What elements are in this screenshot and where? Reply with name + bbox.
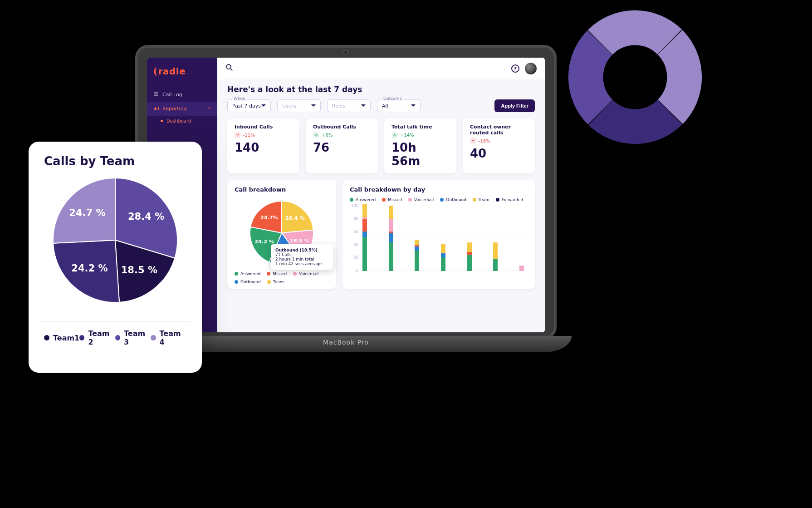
- chart-icon: [153, 105, 159, 112]
- sidebar-item-label: Reporting: [162, 106, 186, 112]
- kpi-label: Total talk time: [391, 124, 449, 130]
- kpi-value: 140: [235, 141, 292, 154]
- svg-text:18.5 %: 18.5 %: [290, 237, 309, 243]
- kpi-delta: -16%: [470, 138, 528, 144]
- apply-filter-button[interactable]: Apply Filter: [494, 99, 535, 112]
- sidebar-item-call-log[interactable]: Call Log: [147, 88, 217, 102]
- chevron-down-icon: [411, 104, 416, 109]
- chevron-down-icon: [311, 104, 316, 109]
- bar: [467, 242, 472, 271]
- kpi-delta: -11%: [235, 132, 292, 138]
- search-icon[interactable]: [225, 64, 234, 74]
- filter-outcome: Outcome All: [377, 99, 421, 112]
- filter-roles-select[interactable]: Roles: [327, 99, 371, 112]
- kpi-value: 76: [313, 141, 371, 154]
- legend-swatch: [79, 335, 84, 340]
- kpi-card: Outbound Calls +6% 76: [306, 118, 378, 173]
- y-axis: 100806040200: [350, 202, 360, 271]
- brand-logo: radle: [147, 58, 217, 88]
- select-value: All: [382, 103, 388, 109]
- main-pane: ? Here's a look at the last 7 days When …: [217, 58, 545, 332]
- bar-segment: [389, 206, 393, 219]
- pie-legend: AnsweredMissedVoicemailOutboundTeam: [235, 271, 329, 284]
- team-pie: 28.4 %18.5 %24.2 %24.7 %: [44, 174, 186, 306]
- y-tick: 60: [350, 230, 360, 234]
- svg-point-4: [226, 64, 231, 69]
- tooltip-line: 71 Calls: [275, 252, 329, 257]
- trend-icon: [470, 138, 476, 144]
- y-tick: 40: [350, 243, 360, 247]
- legend-item: Missed: [267, 271, 287, 276]
- svg-text:26.4 %: 26.4 %: [285, 215, 305, 221]
- filter-outcome-select[interactable]: All: [377, 99, 421, 112]
- divider: [40, 321, 190, 322]
- tooltip-line: 2 hours 1 min total: [275, 257, 329, 261]
- legend-swatch: [235, 272, 238, 276]
- legend-item: Answered: [235, 271, 260, 276]
- bar-segment: [362, 204, 367, 217]
- kpi-label: Inbound Calls: [235, 124, 292, 130]
- y-tick: 80: [350, 217, 360, 221]
- legend-item: Outbound: [235, 280, 261, 284]
- bar-segment: [389, 242, 393, 271]
- legend-item: Outbound: [440, 197, 466, 202]
- filter-when-select[interactable]: Past 7 days: [227, 99, 271, 112]
- select-value: Roles: [332, 103, 345, 109]
- bars-container: [362, 202, 524, 271]
- filter-users: Users: [277, 99, 321, 112]
- legend-item: Voicemail: [293, 271, 318, 276]
- trend-icon: [313, 132, 319, 138]
- bar-segment: [415, 240, 419, 245]
- bar-segment: [441, 253, 445, 257]
- bar-segment: [441, 257, 445, 271]
- filter-label: When: [232, 96, 247, 101]
- bar-segment: [362, 237, 367, 271]
- kpi-card: Total talk time +14% 10h 56m: [384, 118, 456, 173]
- y-tick: 20: [350, 256, 360, 260]
- bar-segment: [362, 232, 367, 237]
- legend-swatch: [293, 272, 297, 276]
- team-legend: Team1Team 2Team 3Team 4: [44, 329, 186, 346]
- kpi-value: 40: [470, 147, 528, 160]
- chevron-down-icon: [361, 104, 366, 109]
- bar-segment: [389, 219, 393, 232]
- tooltip-line: 1 min 42 secs average: [275, 261, 329, 266]
- bar-segment: [467, 242, 472, 252]
- legend-item: Team1: [44, 329, 79, 346]
- trend-icon: [235, 132, 241, 138]
- kpi-label: Outbound Calls: [313, 124, 371, 130]
- kpi-label: Contact owner routed calls: [470, 124, 528, 136]
- list-icon: [153, 91, 159, 98]
- kpi-row: Inbound Calls -11% 140Outbound Calls +6%…: [227, 118, 535, 173]
- bar-legend: AnsweredMissedVoicemailOutboundTeamForwa…: [350, 197, 528, 202]
- sidebar-subitem-dashboard[interactable]: Dashboard: [147, 116, 217, 126]
- legend-item: Voicemail: [408, 197, 434, 202]
- page-title: Here's a look at the last 7 days: [227, 85, 535, 94]
- legend-item: Team 4: [151, 329, 186, 346]
- call-breakdown-pie: 26.4 %18.5 %18.5 %24.2 %24.7% Outbound (…: [235, 197, 329, 268]
- legend-item: Team 2: [79, 329, 115, 346]
- decorative-donut: [563, 5, 708, 150]
- legend-swatch: [267, 272, 270, 276]
- dashboard-screen: radle Call Log Reporting Dashboard: [147, 58, 545, 332]
- help-icon[interactable]: ?: [511, 64, 519, 73]
- sidebar-item-reporting[interactable]: Reporting: [147, 102, 217, 116]
- content-area: Here's a look at the last 7 days When Pa…: [217, 79, 545, 332]
- card-title: Call breakdown by day: [350, 186, 528, 193]
- kpi-card: Inbound Calls -11% 140: [227, 118, 299, 173]
- svg-text:18.5 %: 18.5 %: [121, 264, 157, 276]
- kpi-card: Contact owner routed calls -16% 40: [463, 118, 535, 173]
- kpi-delta: +6%: [313, 132, 371, 138]
- legend-item: Team: [267, 280, 284, 284]
- calls-by-team-card: Calls by Team 28.4 %18.5 %24.2 %24.7 % T…: [29, 142, 202, 373]
- x-axis: [362, 271, 524, 279]
- lower-row: Call breakdown 26.4 %18.5 %18.5 %24.2 %2…: [227, 180, 535, 289]
- bar: [362, 204, 367, 271]
- legend-swatch: [473, 198, 476, 202]
- bar-chart: 100806040200: [350, 202, 528, 279]
- bar: [441, 244, 445, 271]
- avatar[interactable]: [525, 63, 537, 74]
- bar-segment: [415, 247, 419, 251]
- pie-tooltip: Outbound (18.5%) 71 Calls 2 hours 1 min …: [271, 244, 333, 270]
- filter-users-select[interactable]: Users: [277, 99, 321, 112]
